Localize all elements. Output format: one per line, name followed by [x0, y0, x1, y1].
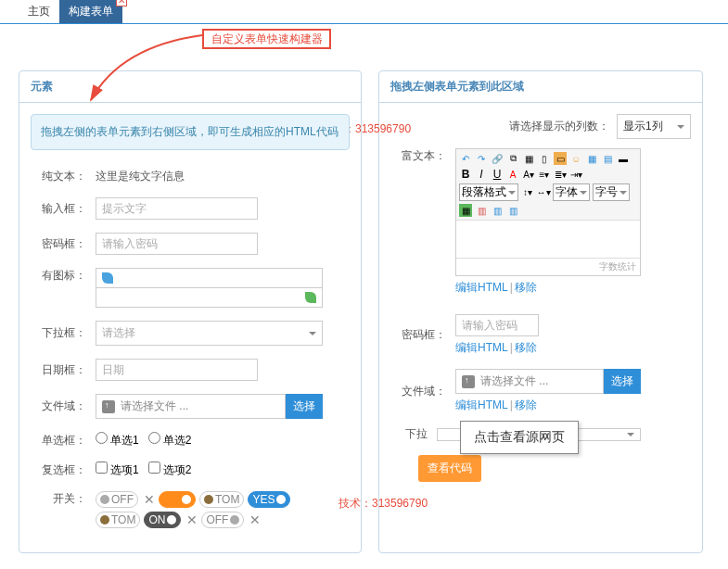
link-icon[interactable]: 🔗: [491, 152, 504, 165]
calendar-icon[interactable]: ▤: [601, 152, 614, 165]
plaintext-value: 这里是纯文字信息: [96, 169, 185, 184]
delete-switch-icon[interactable]: ✕: [186, 512, 198, 527]
editor-body[interactable]: [456, 221, 640, 258]
left-panel-title: 元素: [19, 71, 361, 103]
grid-icon[interactable]: ▦: [459, 204, 472, 217]
switch-yes[interactable]: YES: [248, 491, 290, 508]
file-field-r[interactable]: 请选择文件 ...: [455, 369, 604, 394]
align-icon[interactable]: ≡▾: [538, 168, 551, 181]
delete-link[interactable]: 移除: [515, 281, 537, 294]
radio-1[interactable]: 单选1: [96, 432, 139, 449]
file-select-button-r[interactable]: 选择: [604, 369, 641, 394]
format-select[interactable]: 段落格式: [459, 183, 518, 201]
leaf-icon: [305, 292, 316, 303]
select-label: 下拉框：: [31, 325, 86, 341]
file-label: 文件域：: [31, 398, 86, 414]
font-select[interactable]: 字体: [553, 183, 590, 201]
file-placeholder: 请选择文件 ...: [121, 398, 188, 414]
switch-on-2[interactable]: ON: [144, 512, 181, 528]
plaintext-label: 纯文本：: [31, 169, 86, 184]
richtext-label: 富文本：: [390, 148, 446, 164]
delete-switch-icon[interactable]: ✕: [144, 492, 155, 507]
upload-icon: [462, 375, 475, 388]
switch-off-1[interactable]: OFF: [96, 491, 138, 508]
emoji-icon[interactable]: ☺: [569, 152, 582, 165]
cols-value: 显示1列: [623, 119, 663, 134]
layout2-icon[interactable]: ▥: [491, 204, 504, 217]
radio-label: 单选框：: [31, 433, 86, 449]
password-input[interactable]: [96, 233, 258, 255]
list-icon[interactable]: ≣▾: [554, 168, 567, 181]
cols-select[interactable]: 显示1列: [617, 114, 691, 139]
switch-label: 开关：: [31, 491, 86, 507]
tab-home[interactable]: 主页: [19, 0, 59, 23]
rich-text-editor[interactable]: ↶ ↷ 🔗 ⧉ ▦ ▯ ▭ ☺ ▦ ▤ ▬ B I: [455, 148, 641, 276]
word-count: 字数统计: [456, 258, 640, 275]
indent-icon[interactable]: ⇥▾: [569, 168, 582, 181]
password-label-r: 密码框：: [390, 327, 446, 343]
undo-icon[interactable]: ↶: [459, 152, 472, 165]
bold-icon[interactable]: B: [459, 168, 472, 181]
video-icon[interactable]: ▯: [538, 152, 551, 165]
layout1-icon[interactable]: ▥: [475, 204, 488, 217]
password-input-r[interactable]: [455, 314, 539, 336]
select-label-r: 下拉: [390, 426, 428, 442]
date-input[interactable]: [96, 359, 258, 381]
date-label: 日期框：: [31, 362, 86, 378]
file-placeholder-r: 请选择文件 ...: [480, 373, 548, 389]
select-input[interactable]: 请选择: [96, 321, 323, 346]
edit-html-link[interactable]: 编辑HTML: [455, 341, 508, 354]
upload-icon: [102, 400, 115, 413]
tab-build-label: 构建表单: [69, 5, 113, 18]
lineheight-icon[interactable]: ↕▾: [521, 186, 534, 199]
switch-tom-1[interactable]: TOM: [199, 491, 244, 508]
radio-2[interactable]: 单选2: [148, 432, 192, 449]
backcolor-icon[interactable]: A▾: [522, 168, 535, 181]
fontsize-select[interactable]: 字号: [593, 183, 630, 201]
select-placeholder: 请选择: [102, 325, 135, 341]
map-icon[interactable]: ▭: [554, 152, 567, 165]
tab-build-form[interactable]: 构建表单 ✕: [59, 0, 122, 23]
redo-icon[interactable]: ↷: [475, 152, 488, 165]
switch-off-2[interactable]: OFF: [201, 512, 244, 528]
right-panel-title: 拖拽左侧表单元素到此区域: [379, 71, 702, 103]
delete-link[interactable]: 移除: [515, 341, 537, 354]
chevron-down-icon: [309, 332, 316, 335]
file-label-r: 文件域：: [390, 384, 446, 399]
chevron-down-icon: [627, 433, 634, 436]
file-field[interactable]: 请选择文件 ...: [96, 394, 286, 419]
delete-switch-icon[interactable]: ✕: [249, 512, 261, 527]
text-input[interactable]: [96, 197, 258, 220]
tooltip-popup[interactable]: 点击查看源网页: [460, 421, 579, 454]
view-code-button[interactable]: 查看代码: [418, 455, 481, 482]
edit-html-link[interactable]: 编辑HTML: [455, 281, 508, 294]
file-select-button[interactable]: 选择: [286, 394, 323, 419]
spacing-icon[interactable]: ↔▾: [537, 186, 550, 199]
annotation-label: 自定义表单快速构建器: [202, 29, 331, 49]
table-icon[interactable]: ▦: [585, 152, 598, 165]
check-label: 复选框：: [31, 462, 86, 478]
switch-on-1[interactable]: ON: [159, 491, 196, 508]
password-label: 密码框：: [31, 236, 86, 252]
edit-html-link[interactable]: 编辑HTML: [455, 398, 508, 411]
tech-watermark-2: 技术：313596790: [338, 496, 428, 512]
delete-link[interactable]: 移除: [515, 398, 537, 411]
check-2[interactable]: 选项2: [148, 462, 192, 478]
editor-toolbar: ↶ ↷ 🔗 ⧉ ▦ ▯ ▭ ☺ ▦ ▤ ▬ B I: [456, 149, 640, 221]
leaf-icon: [102, 272, 113, 284]
italic-icon[interactable]: I: [475, 168, 488, 181]
bgcolor-icon[interactable]: ▬: [617, 152, 630, 165]
fontcolor-icon[interactable]: A: [506, 168, 519, 181]
check-1[interactable]: 选项1: [96, 462, 139, 478]
layout3-icon[interactable]: ▥: [506, 204, 519, 217]
icon-input-1[interactable]: [96, 268, 323, 288]
close-icon[interactable]: ✕: [116, 0, 127, 6]
cols-label: 请选择显示的列数：: [509, 119, 609, 134]
image-icon[interactable]: ▦: [522, 152, 535, 165]
input-label: 输入框：: [31, 201, 86, 217]
icon-label: 有图标：: [31, 268, 86, 284]
icon-input-2[interactable]: [96, 287, 323, 308]
unlink-icon[interactable]: ⧉: [506, 152, 519, 165]
switch-tom-2[interactable]: TOM: [96, 512, 140, 528]
underline-icon[interactable]: U: [491, 168, 504, 181]
